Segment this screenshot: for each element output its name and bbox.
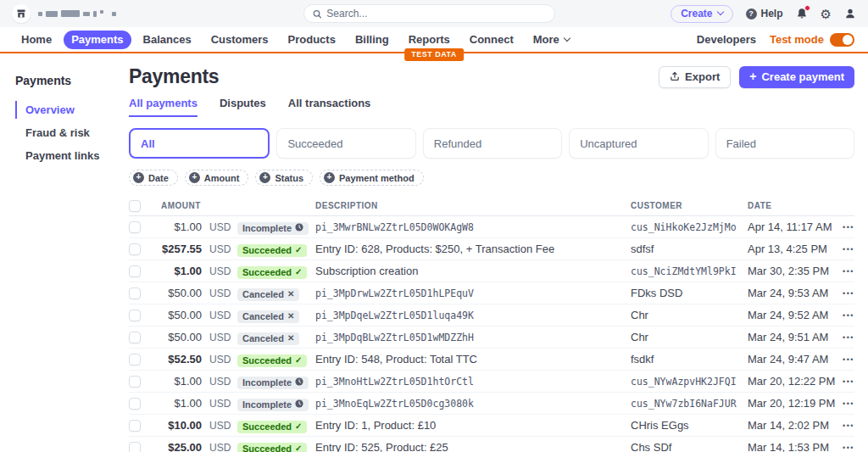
toggle-switch[interactable] (830, 33, 854, 47)
row-overflow-menu[interactable]: ••• (832, 355, 854, 364)
question-mark-icon: ? (746, 8, 757, 20)
cell-amount: $52.50 (151, 353, 202, 366)
create-payment-button[interactable]: + Create payment (739, 66, 854, 88)
table-row[interactable]: $52.50USDSucceeded✓Entry ID: 548, Produc… (129, 349, 854, 371)
sidebar-item-fraud-risk[interactable]: Fraud & risk (15, 124, 119, 142)
filter-chip-amount[interactable]: +Amount (185, 170, 249, 186)
cell-description: pi_3MpDrwLw2ZtrL05D1hLPEquV (303, 287, 631, 299)
filter-cards: AllSucceededRefundedUncapturedFailed (129, 128, 854, 159)
table-row[interactable]: $257.55USDSucceeded✓Entry ID: 628, Produ… (129, 238, 854, 260)
nav-item-connect[interactable]: Connect (462, 31, 521, 49)
select-all-checkbox[interactable] (129, 200, 141, 212)
row-overflow-menu[interactable]: ••• (832, 311, 854, 320)
filter-chip-payment-method[interactable]: +Payment method (320, 170, 424, 186)
row-checkbox[interactable] (129, 376, 141, 388)
filter-chip-status[interactable]: +Status (255, 170, 313, 186)
row-checkbox[interactable] (129, 287, 141, 299)
row-overflow-menu[interactable]: ••• (832, 289, 854, 298)
row-overflow-menu[interactable]: ••• (832, 421, 854, 430)
sidebar-item-overview[interactable]: Overview (15, 101, 119, 119)
nav-item-balances[interactable]: Balances (136, 31, 199, 49)
status-badge: Succeeded✓ (237, 266, 307, 279)
table-row[interactable]: $1.00USDIncompletepi_3MwrBNLw2ZtrL05D0WO… (129, 216, 854, 238)
nav-item-reports[interactable]: Reports (401, 31, 458, 49)
row-checkbox[interactable] (129, 420, 141, 432)
filter-card-failed[interactable]: Failed (715, 128, 854, 159)
row-overflow-menu[interactable]: ••• (832, 223, 854, 232)
tab-all-transactions[interactable]: All transactions (288, 97, 371, 117)
row-overflow-menu[interactable]: ••• (832, 444, 854, 452)
help-button[interactable]: ? Help (746, 8, 783, 20)
table-row[interactable]: $25.00USDSucceeded✓Entry ID: 525, Produc… (129, 437, 854, 452)
tabs: All paymentsDisputesAll transactions (129, 97, 854, 118)
row-overflow-menu[interactable]: ••• (832, 333, 854, 342)
clock-icon (295, 223, 303, 232)
status-badge: Incomplete (237, 377, 309, 389)
row-overflow-menu[interactable]: ••• (832, 377, 854, 386)
table-row[interactable]: $1.00USDSucceeded✓Subscription creationc… (129, 260, 854, 282)
create-button[interactable]: Create (670, 5, 732, 23)
cell-amount: $50.00 (151, 309, 202, 321)
filter-chip-date[interactable]: +Date (129, 170, 178, 186)
filter-chip-label: Amount (204, 173, 240, 183)
status-badge-label: Succeeded (242, 267, 292, 277)
developers-link[interactable]: Developers (697, 33, 756, 46)
row-overflow-menu[interactable]: ••• (832, 245, 854, 254)
cell-currency: USD (202, 287, 237, 299)
table-row[interactable]: $1.00USDIncompletepi_3MnoEqLw2ZtrL05D0cg… (129, 393, 854, 415)
row-checkbox[interactable] (129, 310, 141, 321)
cell-description: pi_3MpDqeLw2ZtrL05D1luqa49K (303, 310, 631, 321)
nav-item-label: Reports (409, 33, 450, 46)
filter-card-refunded[interactable]: Refunded (423, 128, 562, 159)
table-row[interactable]: $1.00USDIncompletepi_3MnoHtLw2ZtrL05D1ht… (129, 371, 854, 393)
profile-button[interactable] (844, 8, 856, 20)
nav-item-customers[interactable]: Customers (203, 31, 276, 49)
tab-all-payments[interactable]: All payments (129, 97, 198, 117)
cell-customer: Chr (631, 309, 748, 321)
filter-card-all[interactable]: All (129, 128, 270, 159)
table-row[interactable]: $50.00USDCanceled✕pi_3MpDrwLw2ZtrL05D1hL… (129, 282, 854, 304)
table-row[interactable]: $10.00USDSucceeded✓Entry ID: 1, Product:… (129, 415, 854, 437)
search-input[interactable] (326, 8, 546, 20)
account-avatar[interactable] (12, 4, 31, 23)
cell-currency: USD (202, 332, 237, 343)
nav-item-payments[interactable]: Payments (64, 31, 131, 49)
x-icon: ✕ (287, 312, 294, 321)
account-name-redacted[interactable] (38, 10, 116, 17)
row-checkbox[interactable] (129, 221, 141, 233)
row-checkbox[interactable] (129, 243, 141, 255)
status-badge: Succeeded✓ (237, 354, 307, 367)
clock-icon (295, 399, 303, 408)
nav-item-products[interactable]: Products (281, 31, 343, 49)
filter-card-succeeded[interactable]: Succeeded (276, 128, 415, 159)
filter-card-uncaptured[interactable]: Uncaptured (569, 128, 708, 159)
table-row[interactable]: $50.00USDCanceled✕pi_3MpDqBLw2ZtrL05D1wM… (129, 326, 854, 349)
row-checkbox[interactable] (129, 442, 141, 452)
row-overflow-menu[interactable]: ••• (832, 399, 854, 408)
cell-status: Incomplete (237, 396, 303, 411)
test-mode-toggle[interactable]: Test mode (770, 33, 854, 47)
nav-item-more[interactable]: More (526, 31, 577, 49)
row-checkbox[interactable] (129, 265, 141, 277)
row-overflow-menu[interactable]: ••• (832, 267, 854, 276)
table-row[interactable]: $50.00USDCanceled✕pi_3MpDqeLw2ZtrL05D1lu… (129, 304, 854, 326)
global-search[interactable] (303, 4, 555, 23)
test-mode-label: Test mode (770, 33, 824, 46)
cell-date: Mar 14, 1:53 PM (748, 441, 832, 452)
export-button[interactable]: Export (659, 66, 731, 88)
nav-item-billing[interactable]: Billing (348, 31, 397, 49)
row-checkbox[interactable] (129, 354, 141, 366)
cell-status: Succeeded✓ (237, 352, 303, 367)
settings-gear-icon[interactable]: ⚙ (821, 8, 832, 20)
search-icon (313, 9, 321, 19)
col-header-amount: AMOUNT (151, 201, 237, 210)
cell-date: Mar 24, 9:53 AM (748, 287, 832, 299)
nav-item-home[interactable]: Home (14, 31, 59, 49)
row-checkbox[interactable] (129, 398, 141, 410)
export-icon (670, 71, 680, 81)
row-checkbox[interactable] (129, 332, 141, 343)
sidebar-item-payment-links[interactable]: Payment links (15, 147, 119, 165)
notifications-button[interactable] (796, 8, 808, 20)
tab-disputes[interactable]: Disputes (220, 97, 266, 117)
col-header-date: DATE (748, 201, 832, 210)
